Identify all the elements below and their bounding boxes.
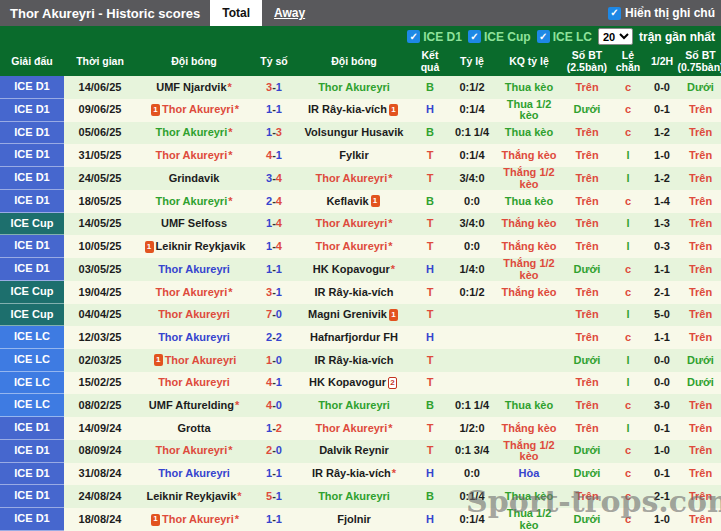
handicap-result: Thua kèo (496, 394, 562, 417)
team-star-marker: * (235, 400, 239, 412)
handicap-result (496, 304, 562, 327)
handicap-odds: 0:0 (448, 190, 496, 213)
checkbox-checked-icon[interactable]: ✓ (407, 30, 420, 43)
league-badge: ICE Cup (0, 281, 64, 304)
table-row[interactable]: ICE LC12/03/25Thor Akureyri2-2Hafnarfjor… (0, 326, 721, 349)
home-team-name-wrap: UMF Njardvik* (137, 82, 251, 94)
table-row[interactable]: ICE D118/08/241Thor Akureyri*1-1FjolnirH… (0, 508, 721, 531)
away-team-name-wrap: Thor Akureyri* (297, 241, 411, 253)
tab-total[interactable]: Total (210, 0, 262, 26)
handicap-odds: 3/4:0 (448, 213, 496, 236)
handicap-odds (448, 326, 496, 349)
team-cell: Thor Akureyri (136, 304, 252, 327)
handicap-result: Thắng kèo (496, 235, 562, 258)
odd-even: c (612, 258, 644, 281)
red-card-icon: 1 (151, 514, 160, 526)
tab-away[interactable]: Away (262, 0, 317, 26)
score-cell: 1-0 (252, 349, 296, 372)
handicap-result: Thắng 1/2 kèo (496, 440, 562, 463)
half-time-score: 1-3 (644, 213, 680, 236)
table-row[interactable]: ICE D118/05/25Thor Akureyri*2-4Keflavik1… (0, 190, 721, 213)
away-team-name: Fylkir (339, 150, 368, 162)
table-row[interactable]: ICE D131/05/25Thor Akureyri*4-1FylkirT0:… (0, 144, 721, 167)
odd-even: c (612, 508, 644, 531)
odd-even: c (612, 281, 644, 304)
table-row[interactable]: ICE Cup14/05/25UMF Selfoss1-4Thor Akurey… (0, 213, 721, 236)
home-team-name-wrap: Thor Akureyri* (137, 196, 251, 208)
score-cell: 1-4 (252, 213, 296, 236)
handicap-odds: 0:1/4 (448, 99, 496, 122)
table-row[interactable]: ICE D105/06/25Thor Akureyri*1-3Volsungur… (0, 122, 721, 145)
table-row[interactable]: ICE LC15/02/25Thor Akureyri4-1HK Kopavog… (0, 372, 721, 395)
over-under-2-5: Trên (562, 304, 612, 327)
home-team-name: Thor Akureyri (155, 287, 227, 299)
team-cell: IR Rây-kia-vích1 (296, 99, 412, 122)
handicap-result: Thua kèo (496, 485, 562, 508)
handicap-result: Thắng kèo (496, 281, 562, 304)
table-row[interactable]: ICE Cup04/04/25Thor Akureyri7-0Magni Gre… (0, 304, 721, 327)
table-row[interactable]: ICE D124/05/25Grindavik3-4Thor Akureyri*… (0, 167, 721, 190)
show-notes-toggle[interactable]: ✓ Hiển thị ghi chú (608, 0, 721, 26)
checkbox-checked-icon[interactable]: ✓ (468, 30, 481, 43)
team-cell: Thor Akureyri* (136, 281, 252, 304)
away-team-name-wrap: HK Kopavogur2 (297, 377, 411, 389)
team-star-marker: * (235, 514, 239, 526)
home-team-name-wrap: Grotta (137, 423, 251, 435)
team-cell: UMF Njardvik* (136, 76, 252, 99)
league-badge: ICE D1 (0, 99, 64, 122)
match-date: 14/09/24 (64, 417, 136, 440)
home-team-name-wrap: Thor Akureyri (137, 468, 251, 480)
league-filter-ice-cup[interactable]: ✓ICE Cup (468, 30, 531, 44)
away-team-name-wrap: IR Rây-kia-vích (297, 287, 411, 299)
league-badge: ICE D1 (0, 463, 64, 486)
table-row[interactable]: ICE D124/08/24Leiknir Reykjavik*5-1Thor … (0, 485, 721, 508)
score-cell: 1-4 (252, 235, 296, 258)
over-under-0-75: Trên (680, 258, 721, 281)
away-team-name-wrap: Fjolnir (297, 514, 411, 526)
table-row[interactable]: ICE LC02/03/251Thor Akureyri1-0IR Rây-ki… (0, 349, 721, 372)
handicap-result: Thua 1/2 kèo (496, 508, 562, 531)
column-header-7: Tỷ lệ (448, 56, 496, 67)
team-cell: Thor Akureyri (136, 463, 252, 486)
table-row[interactable]: ICE D103/05/25Thor Akureyri1-1HK Kopavog… (0, 258, 721, 281)
checkbox-checked-icon[interactable]: ✓ (537, 30, 550, 43)
table-row[interactable]: ICE Cup19/04/25Thor Akureyri*3-1IR Rây-k… (0, 281, 721, 304)
handicap-result: Thắng kèo (496, 144, 562, 167)
away-team-name: IR Rây-kia-vích (312, 468, 391, 480)
table-row[interactable]: ICE D110/05/251Leiknir Reykjavik1-4Thor … (0, 235, 721, 258)
away-score: 2 (276, 332, 282, 344)
odd-even: l (612, 304, 644, 327)
away-team-name: Hafnarfjordur FH (310, 332, 398, 344)
column-header-10: Lẻ chẵn (612, 50, 644, 72)
table-row[interactable]: ICE D131/08/24Thor Akureyri1-1IR Rây-kia… (0, 463, 721, 486)
red-card-icon: 1 (371, 195, 380, 207)
match-count-select[interactable]: 20 (598, 28, 633, 45)
team-star-marker: * (388, 173, 392, 185)
match-date: 24/08/24 (64, 485, 136, 508)
away-score: 1 (276, 468, 282, 480)
over-under-0-75: Trên (680, 417, 721, 440)
odd-even: c (612, 326, 644, 349)
away-team-name-wrap: IR Rây-kia-vích1 (297, 104, 411, 116)
table-row[interactable]: ICE D114/06/25UMF Njardvik*3-1Thor Akure… (0, 76, 721, 99)
half-time-score: 1-0 (644, 508, 680, 531)
table-row[interactable]: ICE D114/09/24Grotta1-2Thor Akureyri*T1/… (0, 417, 721, 440)
checkbox-checked-icon[interactable]: ✓ (608, 7, 621, 20)
home-team-name: Grotta (178, 423, 211, 435)
table-row[interactable]: ICE D108/09/24Thor Akureyri*2-0Dalvik Re… (0, 440, 721, 463)
handicap-odds: 0:1 3/4 (448, 440, 496, 463)
team-cell: IR Rây-kia-vích (296, 349, 412, 372)
away-score: 4 (276, 241, 282, 253)
table-row[interactable]: ICE D109/06/251Thor Akureyri*1-1IR Rây-k… (0, 99, 721, 122)
tab-away-label: Away (274, 6, 305, 20)
column-header-9: Số BT (2.5bàn) (562, 50, 612, 72)
table-row[interactable]: ICE LC08/02/25UMF Afturelding*4-0Thor Ak… (0, 394, 721, 417)
red-card-icon: 1 (154, 354, 163, 366)
handicap-result: Thua kèo (496, 190, 562, 213)
team-star-marker: * (388, 423, 392, 435)
league-filter-ice-lc[interactable]: ✓ICE LC (537, 30, 592, 44)
half-time-score: 1-0 (644, 144, 680, 167)
over-under-0-75: Trên (680, 144, 721, 167)
over-under-0-75: Trên (680, 485, 721, 508)
league-filter-ice-d1[interactable]: ✓ICE D1 (407, 30, 462, 44)
